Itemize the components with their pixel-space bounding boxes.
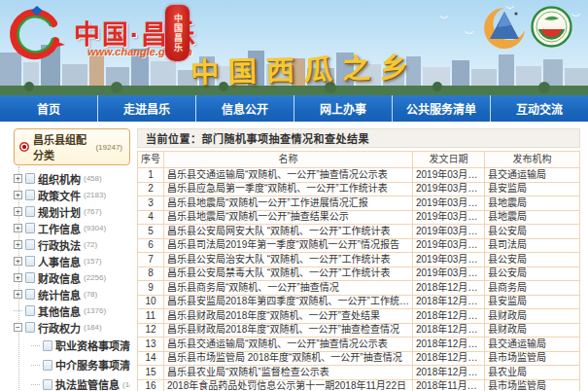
- nav-item-6[interactable]: 互动交流: [491, 95, 588, 122]
- sidebar-item[interactable]: +统计信息(78): [10, 286, 130, 302]
- row-number: 1: [138, 168, 164, 183]
- sidebar-root-count: (19247): [95, 143, 122, 152]
- publish-org: 县市场监管局: [485, 379, 580, 391]
- document-link[interactable]: 昌乐县财政局2018年度“双随机、一公开”查处结果: [164, 309, 413, 324]
- document-table: 序号名称发文日期发布机构 1昌乐县交通运输局“双随机、一公开”抽查情况公示表20…: [137, 151, 580, 391]
- expand-plus-icon[interactable]: +: [14, 207, 22, 216]
- document-link[interactable]: 昌乐县交通运输局“双随机、一公开”抽查情况公示表: [164, 168, 413, 183]
- nav-item-1[interactable]: 首页: [0, 95, 98, 122]
- document-link[interactable]: 2018年食品药品处罚信息公示第十一期2018年11月22日: [164, 379, 413, 391]
- sidebar-item-count: (72): [84, 240, 97, 249]
- expand-plus-icon[interactable]: +: [14, 191, 22, 199]
- sidebar-item[interactable]: +政策文件(2183): [10, 187, 130, 203]
- row-number: 9: [138, 281, 164, 296]
- table-row: 4昌乐县地震局“双随机一公开”抽查结果公示2019年03月20日县地震局: [138, 210, 580, 225]
- expand-plus-icon[interactable]: +: [14, 240, 22, 249]
- sidebar-item-label: 工作信息: [38, 221, 81, 236]
- table-row: 15昌乐县农业局“双随机”监督检查公示表2018年12月03日县农业局: [138, 366, 580, 380]
- sidebar-item-count: (2256): [84, 273, 106, 282]
- publish-org: 县公安局: [485, 253, 580, 267]
- sidebar-item[interactable]: +行政执法(72): [10, 236, 130, 253]
- sidebar-root-label: 昌乐县组配分类: [33, 131, 91, 162]
- publish-date: 2018年12月21日: [413, 281, 485, 296]
- sidebar-item-count: (2183): [84, 191, 106, 199]
- sidebar-item[interactable]: 职业资格事项清单(11): [10, 336, 130, 355]
- row-number: 6: [138, 238, 164, 253]
- sidebar-item-count: (184): [84, 323, 102, 332]
- folder-icon: [25, 239, 35, 250]
- sidebar-item[interactable]: +人事信息(157): [10, 253, 130, 269]
- expand-plus-icon[interactable]: +: [14, 174, 22, 183]
- seal-text: 中国昌乐: [173, 14, 182, 53]
- column-header: 发布机构: [485, 152, 580, 168]
- publish-date: 2019年03月19日: [413, 267, 485, 281]
- publish-date: 2018年12月14日: [413, 338, 485, 352]
- sidebar-tree: +组织机构(458)+政策文件(2183)+规划计划(767)+工作信息(930…: [10, 170, 130, 391]
- publish-org: 县财政局: [485, 309, 580, 324]
- content-area: 昌乐县组配分类 (19247) +组织机构(458)+政策文件(2183)+规划…: [0, 122, 588, 391]
- row-number: 16: [138, 379, 164, 391]
- row-number: 12: [138, 323, 164, 338]
- publish-org: 县司法局: [485, 238, 580, 253]
- nav-item-5[interactable]: 公共服务清单: [393, 95, 491, 122]
- sidebar-item[interactable]: −行政权力(184): [10, 319, 130, 336]
- folder-icon: [43, 379, 52, 390]
- publish-date: 2018年12月03日: [413, 366, 485, 380]
- page: 中国·昌乐 www.changle.gov.cn 中国昌乐 中国西瓜之乡 ︶ ︶…: [0, 0, 588, 391]
- publish-org: 县公安局: [485, 267, 580, 281]
- collapse-minus-icon[interactable]: −: [14, 323, 22, 332]
- sidebar-item[interactable]: +组织机构(458): [10, 170, 130, 187]
- table-row: 11昌乐县财政局2018年度“双随机、一公开”查处结果2018年12月18日县财…: [138, 309, 580, 324]
- table-row: 2昌乐县应急局第一季度“双随机、一公开”工作统计表2019年03月21日县安监局: [138, 182, 580, 196]
- row-number: 8: [138, 267, 164, 281]
- sidebar-item[interactable]: +工作信息(9304): [10, 220, 130, 236]
- document-link[interactable]: 昌乐县公安局网安大队 “双随机、一公开”工作统计表: [164, 225, 413, 239]
- sidebar-root-category[interactable]: 昌乐县组配分类 (19247): [14, 128, 130, 165]
- sidebar-item[interactable]: 其他信息(1376): [10, 302, 130, 319]
- document-link[interactable]: 昌乐县市场监管局 2018年度“双随机、一公开”抽查情况: [164, 351, 413, 366]
- sidebar-item[interactable]: +财政信息(2256): [10, 269, 130, 286]
- sidebar-item[interactable]: 中介服务事项清单(4): [10, 355, 130, 374]
- expand-plus-icon[interactable]: +: [14, 290, 22, 299]
- sidebar-item-count: (78): [84, 290, 97, 299]
- document-link[interactable]: 昌乐县公安局治安大队 “双随机、一公开”工作统计表: [164, 253, 413, 267]
- sidebar-item-count: (9304): [84, 224, 106, 232]
- document-link[interactable]: 昌乐县公安局禁毒大队 “双随机、一公开”工作统计表: [164, 267, 413, 281]
- nav-item-4[interactable]: 网上办事: [294, 95, 393, 122]
- nav-item-3[interactable]: 信息公开: [196, 95, 294, 122]
- table-row: 1昌乐县交通运输局“双随机、一公开”抽查情况公示表2019年03月21日县交通运…: [138, 168, 580, 183]
- folder-icon: [25, 289, 35, 300]
- document-link[interactable]: 昌乐县应急局第一季度“双随机、一公开”工作统计表: [164, 182, 413, 196]
- publish-org: 县安监局: [485, 295, 580, 309]
- sidebar-item-label: 职业资格事项清单: [55, 338, 130, 353]
- document-link[interactable]: 昌乐县农业局“双随机”监督检查公示表: [164, 366, 413, 380]
- site-logo-icon: [8, 4, 66, 62]
- sidebar-item-count: (458): [84, 174, 102, 183]
- folder-icon: [25, 223, 35, 233]
- sidebar-item[interactable]: +规划计划(767): [10, 203, 130, 220]
- nav-item-2[interactable]: 走进昌乐: [98, 95, 196, 122]
- row-number: 5: [138, 225, 164, 239]
- document-link[interactable]: 昌乐县交通运输局“双随机、一公开”抽查情况公示表: [164, 338, 413, 352]
- document-link[interactable]: 昌乐县财政局2018年度“双随机、一公开”抽查检查情况: [164, 323, 413, 338]
- expand-plus-icon[interactable]: +: [14, 257, 22, 266]
- sidebar-item-label: 行政执法: [38, 237, 81, 253]
- expand-plus-icon[interactable]: +: [14, 224, 22, 232]
- table-row: 3昌乐县地震局“双随机一公开”工作进展情况汇报2019年03月20日县地震局: [138, 196, 580, 211]
- sidebar-item[interactable]: 执法监管信息(14): [10, 374, 130, 391]
- expand-plus-icon[interactable]: +: [14, 273, 22, 282]
- document-link[interactable]: 昌乐县地震局“双随机一公开”工作进展情况汇报: [164, 196, 413, 211]
- column-header: 名称: [164, 152, 413, 168]
- table-row: 10昌乐县安监局2018年第四季度“双随机、一公开”工作统计表2018年12月1…: [138, 295, 580, 309]
- sidebar-item-label: 行政权力: [38, 320, 81, 336]
- document-link[interactable]: 昌乐县地震局“双随机一公开”抽查结果公示: [164, 210, 413, 225]
- folder-icon: [25, 305, 35, 316]
- document-link[interactable]: 昌乐县商务局“双随机、一公开”抽查情况: [164, 281, 413, 296]
- document-link[interactable]: 昌乐县安监局2018年第四季度“双随机、一公开”工作统计表: [164, 295, 413, 309]
- red-seal-graphic: 中国昌乐: [165, 5, 190, 61]
- publish-date: 2019年03月20日: [413, 210, 485, 225]
- document-link[interactable]: 昌乐县司法局2019年第一季度“双随机一公开”情况报告: [164, 238, 413, 253]
- row-number: 11: [138, 309, 164, 324]
- folder-icon: [25, 206, 35, 217]
- bullseye-icon: [19, 142, 29, 152]
